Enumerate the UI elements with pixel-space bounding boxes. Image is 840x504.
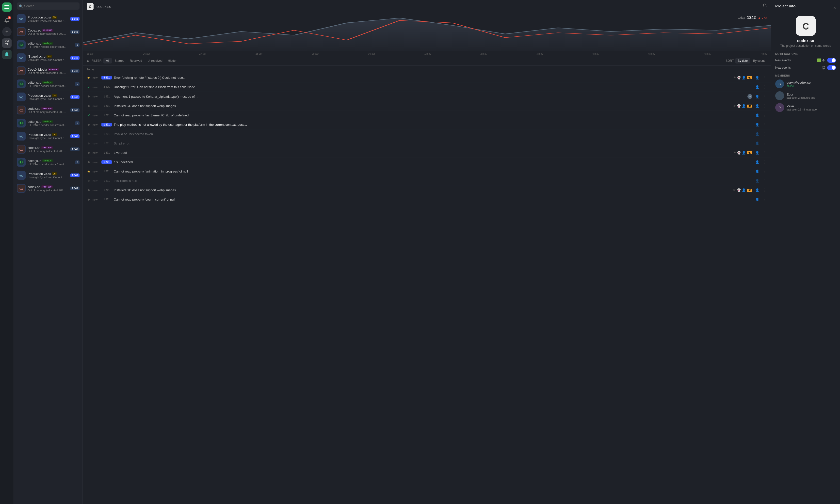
assign-icon[interactable]: 👤 [755,113,759,117]
assign-icon[interactable]: 👤 [755,179,759,183]
project-info: [Stage] vc.ru JS Uncaught TypeError: Can… [28,55,68,61]
filter-tab-resolved[interactable]: Resolved [127,58,144,64]
assign-icon[interactable]: 👤 [755,151,759,155]
filter-tab-unresolved[interactable]: Unresolved [145,58,165,64]
project-error: HTTPAuth header doesn't match the Bearer… [28,124,67,126]
issue-title: Liverpool [114,151,731,155]
issue-row[interactable]: now 1 021 Argument 1 passed to Kohana_Up… [83,92,771,102]
more-button[interactable]: ⋮ [761,94,767,99]
more-button[interactable]: ⋮ [761,141,767,146]
issue-row[interactable]: ★ now 1 201 Cannot read property 'animat… [83,167,771,176]
more-button[interactable]: ⋮ [761,75,767,80]
assign-icon[interactable]: 👤 [755,160,759,164]
app-logo[interactable] [2,2,12,12]
project-list-item[interactable]: VC [Stage] vc.ru JS Uncaught TypeError: … [14,51,83,65]
notif-toggle-1[interactable] [827,58,836,63]
project-list-item[interactable]: VC Production vc.ru JS Uncaught TypeErro… [14,12,83,25]
project-list-item[interactable]: EJ editorjs.io Node.js HTTPAuth header d… [14,116,83,130]
more-button[interactable]: ⋮ [761,85,767,89]
chart-label: 28 apr [255,52,263,55]
tag-badge: +17 [747,189,752,192]
search-input[interactable] [17,2,79,10]
more-button[interactable]: ⋮ [761,197,767,202]
assign-icon[interactable]: 👤 [755,104,759,108]
more-button[interactable]: ⋮ [761,132,767,136]
issue-count-badge: 1 201 [102,160,112,164]
issue-row[interactable]: now 1 201 Cannot read property 'count_cu… [83,195,771,204]
close-button[interactable]: × [833,5,836,11]
status-dot-icon [87,104,91,108]
member-row: G guryn@codex.so online [775,79,836,88]
issue-row[interactable]: ✓ now 1 201 Cannot read property 'lastEl… [83,111,771,120]
project-info: Production vc.ru JS Uncaught TypeError: … [28,16,68,22]
filter-tab-starred[interactable]: Starred [112,58,127,64]
issue-title: Error fetching remote / [ status 0 ] Cou… [114,76,731,79]
status-dot-icon [87,160,91,164]
project-list-item[interactable]: VC Production vc.ru JS Uncaught TypeErro… [14,130,83,143]
more-button[interactable]: ⋮ [761,113,767,118]
project-error: HTTPAuth header doesn't match the Bearer… [28,85,67,87]
issue-row[interactable]: ✓ now 3 876 Uncaught Error: Can not find… [83,83,771,92]
chart-area: today 1342 ▲ 753 25 apr26 apr27 apr28 ap [83,13,771,56]
assign-icon[interactable]: 👤 [755,76,759,79]
project-list-item[interactable]: EJ editorjs.io Node.js HTTPAuth header d… [14,77,83,91]
issue-row[interactable]: now 1 201 Installed GD does not support … [83,185,771,195]
issue-row[interactable]: now 1 201 The play method is not allowed… [83,120,771,129]
issue-row[interactable]: now 1 201 Liverpool 👁 👻 👤 +17 👤 ⋮ [83,148,771,158]
issue-row[interactable]: now 1 201 this.$dom is null 👤 ⋮ [83,176,771,185]
notif-toggle-2[interactable] [827,65,836,70]
km-button[interactable]: KMTT [2,38,12,48]
project-list-item[interactable]: CX CodeX Media PHP 500 Out of memory (al… [14,65,83,77]
project-list-item[interactable]: VC Production vc.ru JS Uncaught TypeErro… [14,169,83,182]
more-button[interactable]: ⋮ [761,178,767,183]
issue-title: this.$dom is null [114,179,752,183]
more-button[interactable]: ⋮ [761,160,767,164]
projects-panel: 🔍 VC Production vc.ru JS Uncaught TypeEr… [14,0,83,504]
filter-tab-all[interactable]: All [103,58,111,64]
more-button[interactable]: ⋮ [761,169,767,174]
project-list-item[interactable]: CX codex.so PHP 500 Out of memory (alloc… [14,143,83,156]
more-button[interactable]: ⋮ [761,104,767,108]
filter-icon: ⚙ [87,59,90,63]
assign-icon[interactable]: 👤 [755,169,759,173]
project-list-item[interactable]: CX codex.so PHP 500 Out of memory (alloc… [14,104,83,116]
main-content: C codex.so today 1342 ▲ 753 [83,0,771,504]
project-list-item[interactable]: CX codex.so PHP 500 Out of memory (alloc… [14,182,83,195]
assign-icon[interactable]: 👤 [755,123,759,126]
project-count: 1 342 [70,147,79,151]
member-row: P Peter last seen 26 minutes ago [775,103,836,112]
issue-row[interactable]: now 1 201 Script error. 👤 ⋮ [83,139,771,148]
issue-row[interactable]: ★ now 5 631 Error fetching remote / [ st… [83,73,771,83]
project-info-name: codex.so [775,39,836,43]
issue-row[interactable]: now 1 201 t is undefined 👤 ⋮ [83,158,771,167]
issue-count-badge: 1 201 [102,113,112,117]
filter-tab-hidden[interactable]: Hidden [165,58,180,64]
project-tag: PHP 500 [48,68,59,71]
notifications-button[interactable]: 3 [2,16,12,25]
more-button[interactable]: ⋮ [761,150,767,155]
svg-rect-2 [4,8,9,9]
issue-row[interactable]: now 1 201 Installed GD does not support … [83,102,771,111]
sort-option-by_date[interactable]: By date [735,58,750,64]
assign-icon[interactable]: 👤 [755,95,759,98]
project-avatar: EJ [17,40,25,49]
project-error: Out of memory (allocated 2097152) (tried… [28,189,67,192]
add-project-button[interactable]: + [2,27,12,36]
ghost-button[interactable] [2,50,12,59]
project-list-item[interactable]: VC Production vc.ru JS Uncaught TypeErro… [14,91,83,104]
project-list-item[interactable]: EJ editorjs.io Node.js HTTPAuth header d… [14,156,83,169]
assign-icon[interactable]: 👤 [755,132,759,136]
issue-row[interactable]: now 1 201 Invalid or unexpected token 👤 … [83,129,771,139]
project-avatar: VC [17,132,25,141]
project-list-item[interactable]: CX Codex.so PHP 500 Out of memory (alloc… [14,25,83,38]
sort-option-by_count[interactable]: By count [751,58,767,64]
assign-icon[interactable]: 👤 [755,85,759,89]
more-button[interactable]: ⋮ [761,188,767,193]
assign-icon[interactable]: 👤 [755,188,759,192]
assign-icon[interactable]: 👤 [755,142,759,145]
project-error: Uncaught TypeError: Cannot read property… [28,176,67,179]
more-button[interactable]: ⋮ [761,122,767,127]
bell-button[interactable] [762,3,767,10]
assign-icon[interactable]: 👤 [755,198,759,201]
project-list-item[interactable]: EJ editorjs.io Node.js HTTPAuth header d… [14,38,83,51]
